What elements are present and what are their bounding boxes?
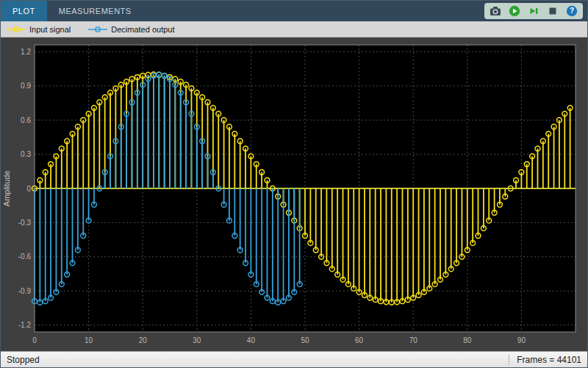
legend-item-decimated-output[interactable]: Decimated output [88, 25, 174, 34]
plot-canvas[interactable]: 0102030405060708090-1.2-0.9-0.6-0.300.30… [1, 38, 587, 351]
status-divider [509, 355, 509, 365]
svg-text:10: 10 [85, 336, 93, 344]
svg-text:-1.2: -1.2 [18, 321, 32, 329]
svg-text:0: 0 [26, 185, 31, 193]
svg-text:0.6: 0.6 [21, 116, 31, 124]
scope-window: PLOT MEASUREMENTS [0, 0, 588, 368]
toolstrip-spacer [143, 1, 484, 21]
question-icon: ? [566, 5, 578, 17]
svg-text:30: 30 [193, 336, 201, 344]
svg-text:80: 80 [463, 336, 472, 344]
svg-text:-0.9: -0.9 [18, 287, 32, 295]
svg-text:-0.3: -0.3 [18, 219, 32, 227]
svg-text:60: 60 [355, 336, 364, 344]
camera-icon [490, 6, 501, 16]
stop-button[interactable] [545, 4, 560, 18]
step-forward-button[interactable] [526, 4, 541, 18]
frames-count-text: Frames = 44101 [517, 355, 581, 365]
svg-text:20: 20 [139, 336, 148, 344]
status-bar: Stopped Frames = 44101 [1, 351, 587, 367]
svg-text:Amplitude: Amplitude [2, 171, 11, 207]
svg-text:90: 90 [517, 336, 526, 344]
simulation-controls: ? [484, 3, 583, 19]
svg-text:70: 70 [409, 336, 418, 344]
legend-marker-input-signal [7, 26, 26, 33]
stop-icon [547, 5, 559, 17]
step-forward-icon [528, 5, 539, 17]
play-icon [509, 5, 520, 17]
snapshot-button[interactable] [488, 4, 503, 18]
legend-label: Decimated output [111, 25, 174, 34]
svg-text:50: 50 [301, 336, 309, 344]
legend-marker-decimated-output [88, 26, 107, 33]
svg-text:0: 0 [32, 336, 37, 344]
svg-text:1.2: 1.2 [21, 48, 31, 56]
svg-text:0.9: 0.9 [21, 82, 31, 90]
tab-measurements[interactable]: MEASUREMENTS [47, 1, 143, 21]
toolstrip: PLOT MEASUREMENTS [1, 1, 587, 21]
legend-label: Input signal [29, 25, 71, 34]
help-button[interactable]: ? [564, 4, 579, 18]
run-button[interactable] [507, 4, 522, 18]
svg-text:-0.6: -0.6 [18, 252, 32, 261]
tab-bar: PLOT MEASUREMENTS [1, 1, 143, 21]
svg-text:0.3: 0.3 [21, 150, 31, 158]
status-right: Frames = 44101 [509, 355, 581, 365]
svg-text:40: 40 [247, 336, 256, 344]
svg-text:?: ? [570, 7, 574, 15]
simulation-status-text: Stopped [7, 355, 40, 365]
legend-item-input-signal[interactable]: Input signal [7, 25, 71, 34]
plot-region: 0102030405060708090-1.2-0.9-0.6-0.300.30… [1, 38, 587, 351]
tab-plot[interactable]: PLOT [1, 1, 47, 21]
legend: Input signal Decimated output [1, 21, 587, 38]
